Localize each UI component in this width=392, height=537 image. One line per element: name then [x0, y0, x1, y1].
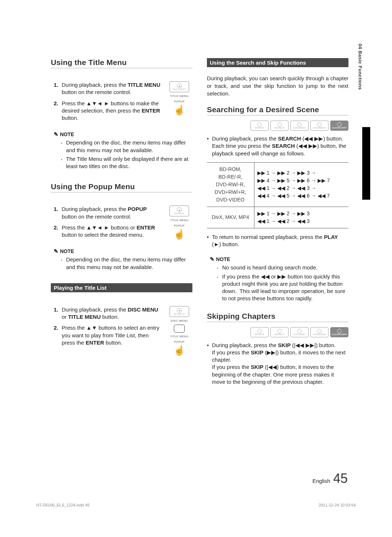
- title-menu-step-2: Press the ▲▼◄ ► buttons to make the desi…: [54, 100, 163, 122]
- print-meta: HT-D5100_ELS_1224.indd 45 2011-12-24 10:…: [36, 503, 356, 507]
- popup-step-2: Press the ▲▼◄ ► buttons or ENTER button …: [54, 224, 163, 239]
- note-item: Depending on the disc, the menu items ma…: [61, 256, 192, 271]
- footer-page: 45: [333, 471, 348, 486]
- hand-icon: ☝: [173, 105, 185, 115]
- meta-date: 2011-12-24 10:03:54: [319, 503, 356, 507]
- title-list-step-2: Press the ▲▼ buttons to select an entry …: [54, 324, 163, 346]
- disc-row: BD-ROM BD-RE/-R DVD-VIDEO DVD±RW/±R DivX…: [207, 121, 348, 131]
- note-item: If you press the ◀◀ or ▶▶ button too qui…: [217, 273, 348, 302]
- disc-chip: DivX/MKV/MP4: [330, 327, 348, 337]
- note-item: Depending on the disc, the menu items ma…: [61, 139, 192, 154]
- note-item: The Title Menu will only be displayed if…: [61, 155, 192, 170]
- speed-right-1: ▶▶ 1 → ▶▶ 2 → ▶▶ 3 → ▶▶ 4 → ▶▶ 5 → ▶▶ 6 …: [254, 162, 348, 207]
- disc-chip: DVD±RW/±R: [310, 121, 328, 131]
- search-skip-intro: During playback, you can search quickly …: [207, 74, 348, 97]
- popup-label: POPUP: [174, 340, 185, 343]
- footer-lang: English: [313, 478, 330, 484]
- title-menu-label: TITLE MENU: [170, 94, 189, 98]
- note-label: NOTE: [207, 256, 348, 263]
- search-skip-bar: Using the Search and Skip Functions: [207, 58, 348, 67]
- left-column: Using the Title Menu During playback, pr…: [51, 58, 192, 388]
- disc-chip: BD-ROM: [250, 327, 269, 337]
- note-label: NOTE: [51, 248, 192, 255]
- disc-chip: DVD-VIDEO: [290, 121, 309, 131]
- disc-chip: BD-RE/-R: [270, 327, 289, 337]
- speed-right-2: ▶▶ 1 → ▶▶ 2 → ▶▶ 3 ◀◀ 1 → ◀◀ 2 → ◀◀ 3: [254, 207, 348, 228]
- disc-icon: ◉DVD-VIDEO: [170, 81, 189, 92]
- speed-table: BD-ROM, BD-RE/-R, DVD-RW/-R, DVD+RW/+R, …: [207, 162, 348, 228]
- disc-icon: ◉BD-ROM: [170, 206, 189, 216]
- speed-left-2: DivX, MKV, MP4: [207, 207, 254, 228]
- popup-menu-heading: Using the Popup Menu: [51, 182, 192, 192]
- hand-icon: ☝: [173, 229, 185, 239]
- popup-icon-col: ◉BD-ROM TITLE MENU POPUP ☝: [166, 206, 192, 239]
- disc-chip: DivX/MKV/MP4: [330, 121, 348, 131]
- right-column: Using the Search and Skip Functions Duri…: [207, 58, 348, 388]
- hand-icon: ☝: [173, 346, 185, 355]
- title-menu-label: TITLE MENU: [170, 219, 189, 222]
- return-bullet: To return to normal speed playback, pres…: [207, 233, 348, 248]
- skip-heading: Skipping Chapters: [207, 312, 348, 322]
- disc-chip: DVD±RW/±R: [310, 327, 328, 337]
- disc-chip: DVD-VIDEO: [290, 327, 309, 337]
- search-scene-heading: Searching for a Desired Scene: [207, 105, 348, 115]
- popup-label: POPUP: [174, 224, 185, 227]
- skip-bullet: During playback, press the SKIP (|◀◀ ▶▶|…: [207, 342, 348, 386]
- search-bullet: During playback, press the SEARCH (◀◀ ▶▶…: [207, 135, 348, 157]
- disc-row: BD-ROM BD-RE/-R DVD-VIDEO DVD±RW/±R DivX…: [207, 327, 348, 337]
- disc-chip: BD-RE/-R: [270, 121, 289, 131]
- title-menu-step-1: During playback, press the TITLE MENU bu…: [54, 81, 163, 96]
- title-list-bar: Playing the Title List: [51, 283, 192, 292]
- disc-chip: BD-ROM: [250, 121, 269, 131]
- title-menu-label: TITLE MENU: [170, 335, 189, 338]
- title-menu-icon-col: ◉DVD-VIDEO TITLE MENU POPUP ☝: [166, 81, 192, 115]
- meta-file: HT-D5100_ELS_1224.indd 45: [36, 503, 90, 507]
- title-menu-heading: Using the Title Menu: [51, 58, 192, 68]
- title-list-icon-col: ◉BD-RE/-R DISC MENU TITLE MENU POPUP ☝: [166, 306, 192, 355]
- disc-icon: ◉BD-RE/-R: [170, 306, 189, 317]
- title-list-step-1: During playback, press the DISC MENU or …: [54, 306, 163, 321]
- note-item: No sound is heard during search mode.: [217, 264, 348, 271]
- note-label: NOTE: [51, 131, 192, 138]
- popup-step-1: During playback, press the POPUP button …: [54, 206, 163, 220]
- button-icon: [174, 325, 185, 333]
- popup-label: POPUP: [174, 100, 185, 103]
- page-footer: English 45: [313, 471, 348, 486]
- speed-left-1: BD-ROM, BD-RE/-R, DVD-RW/-R, DVD+RW/+R, …: [207, 162, 254, 207]
- disc-menu-label: DISC MENU: [171, 319, 188, 322]
